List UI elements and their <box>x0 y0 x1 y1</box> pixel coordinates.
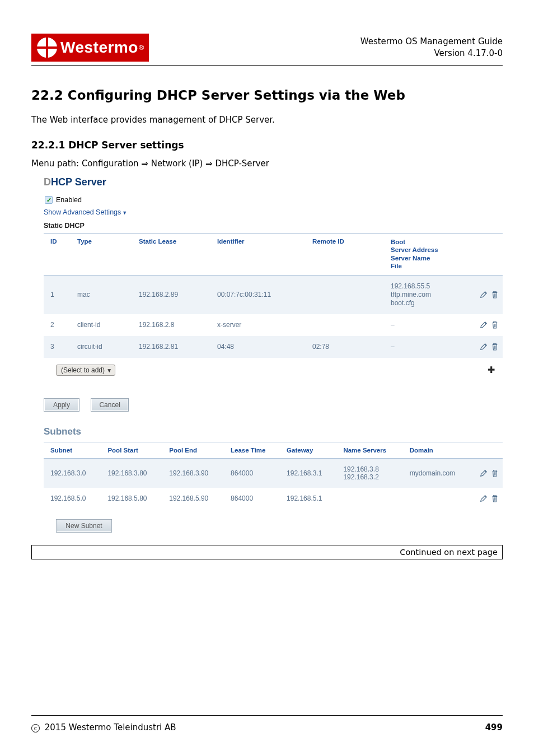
subnets-table: Subnet Pool Start Pool End Lease Time Ga… <box>44 442 503 510</box>
apply-button[interactable]: Apply <box>44 398 79 412</box>
doc-title: Westermo OS Management Guide <box>360 36 503 48</box>
logo-globe-icon <box>37 38 57 58</box>
footer-left: 2015 Westermo Teleindustri AB <box>45 722 176 732</box>
edit-icon[interactable] <box>480 494 488 502</box>
chevron-down-icon: ▼ <box>106 367 112 374</box>
new-subnet-button[interactable]: New Subnet <box>56 519 112 533</box>
cell-remote <box>308 275 386 314</box>
static-dhcp-label: Static DHCP <box>44 222 503 230</box>
cell-domain: mydomain.com <box>405 458 475 488</box>
cell-type: client-id <box>73 314 134 336</box>
col-identifier: Identifier <box>213 234 308 276</box>
edit-icon[interactable] <box>480 291 488 298</box>
table-row: 2 client-id 192.168.2.8 x-server – <box>44 314 503 336</box>
cell-domain <box>405 488 475 510</box>
doc-version: Version 4.17.0-0 <box>360 48 503 59</box>
cell-lease: 192.168.2.8 <box>134 314 213 336</box>
edit-icon[interactable] <box>480 469 488 477</box>
cell-remote: 02:78 <box>308 336 386 358</box>
page-footer: c 2015 Westermo Teleindustri AB 499 <box>31 722 503 733</box>
page-number: 499 <box>485 722 503 732</box>
cell-lease-time: 864000 <box>226 488 282 510</box>
dhcp-title-rest: HCP Server <box>51 176 106 188</box>
subsection-heading: 22.2.1 DHCP Server settings <box>31 139 503 151</box>
section-intro: The Web interface provides management of… <box>31 115 503 125</box>
cell-id: 2 <box>44 314 73 336</box>
select-to-add-label: (Select to add) <box>61 366 105 374</box>
cell-gateway: 192.168.5.1 <box>282 488 339 510</box>
cell-boot: – <box>386 314 475 336</box>
col-static-lease: Static Lease <box>134 234 213 276</box>
col-actions <box>475 442 503 458</box>
cell-identifier: x-server <box>213 314 308 336</box>
dhcp-title-first: D <box>44 176 51 188</box>
show-advanced-link[interactable]: Show Advanced Settings▼ <box>44 208 503 216</box>
col-lease-time: Lease Time <box>226 442 282 458</box>
cell-id: 3 <box>44 336 73 358</box>
continued-bar: Continued on next page <box>31 545 503 559</box>
delete-icon[interactable] <box>491 494 498 502</box>
cell-identifier: 04:48 <box>213 336 308 358</box>
table-row: 192.168.3.0 192.168.3.80 192.168.3.90 86… <box>44 458 503 488</box>
col-domain: Domain <box>405 442 475 458</box>
edit-icon[interactable] <box>480 321 488 329</box>
doc-meta: Westermo OS Management Guide Version 4.1… <box>360 36 503 59</box>
enabled-checkbox[interactable]: ✓ <box>45 196 53 204</box>
col-actions <box>475 234 503 276</box>
cell-subnet: 192.168.5.0 <box>44 488 103 510</box>
col-subnet: Subnet <box>44 442 103 458</box>
cancel-button[interactable]: Cancel <box>91 398 128 412</box>
page-header: Westermo ® Westermo OS Management Guide … <box>31 34 503 62</box>
cell-lease: 192.168.2.89 <box>134 275 213 314</box>
cell-boot: – <box>386 336 475 358</box>
cell-pool-end: 192.168.5.90 <box>165 488 226 510</box>
dhcp-server-title: DHCP Server <box>44 176 503 188</box>
cell-type: mac <box>73 275 134 314</box>
section-heading: 22.2 Configuring DHCP Server Settings vi… <box>31 88 503 102</box>
table-row: 192.168.5.0 192.168.5.80 192.168.5.90 86… <box>44 488 503 510</box>
cell-boot: 192.168.55.5 tftp.mine.com boot.cfg <box>386 275 475 314</box>
delete-icon[interactable] <box>491 469 498 477</box>
chevron-down-icon: ▼ <box>122 210 127 216</box>
col-pool-start: Pool Start <box>103 442 165 458</box>
menu-path: Menu path: Configuration ⇒ Network (IP) … <box>31 158 503 169</box>
cell-pool-end: 192.168.3.90 <box>165 458 226 488</box>
add-icon[interactable]: ✚ <box>488 365 495 375</box>
cell-pool-start: 192.168.3.80 <box>103 458 165 488</box>
select-to-add-dropdown[interactable]: (Select to add) ▼ <box>56 365 115 376</box>
cell-gateway: 192.168.3.1 <box>282 458 339 488</box>
trademark: ® <box>138 44 145 52</box>
cell-name-servers: 192.168.3.8 192.168.3.2 <box>339 458 405 488</box>
cell-lease: 192.168.2.81 <box>134 336 213 358</box>
col-remote-id: Remote ID <box>308 234 386 276</box>
cell-pool-start: 192.168.5.80 <box>103 488 165 510</box>
cell-id: 1 <box>44 275 73 314</box>
col-type: Type <box>73 234 134 276</box>
cell-subnet: 192.168.3.0 <box>44 458 103 488</box>
logo: Westermo ® <box>31 34 149 62</box>
delete-icon[interactable] <box>491 321 498 329</box>
table-row: 1 mac 192.168.2.89 00:07:7c:00:31:11 192… <box>44 275 503 314</box>
col-pool-end: Pool End <box>165 442 226 458</box>
col-gateway: Gateway <box>282 442 339 458</box>
select-to-add-row: (Select to add) ▼ ✚ <box>44 358 503 382</box>
cell-remote <box>308 314 386 336</box>
footer-divider <box>31 715 503 716</box>
cell-type: circuit-id <box>73 336 134 358</box>
header-divider <box>31 65 503 66</box>
edit-icon[interactable] <box>480 343 488 351</box>
static-dhcp-table: ID Type Static Lease Identifier Remote I… <box>44 233 503 382</box>
cell-identifier: 00:07:7c:00:31:11 <box>213 275 308 314</box>
col-id: ID <box>44 234 73 276</box>
cell-name-servers <box>339 488 405 510</box>
col-name-servers: Name Servers <box>339 442 405 458</box>
logo-text: Westermo <box>60 39 138 57</box>
subnets-title: Subnets <box>44 426 503 437</box>
delete-icon[interactable] <box>491 291 498 298</box>
enabled-label: Enabled <box>56 196 82 204</box>
dhcp-screenshot: DHCP Server ✓ Enabled Show Advanced Sett… <box>44 176 503 533</box>
copyright-icon: c <box>31 724 40 732</box>
table-row: 3 circuit-id 192.168.2.81 04:48 02:78 – <box>44 336 503 358</box>
show-advanced-text: Show Advanced Settings <box>44 208 121 216</box>
delete-icon[interactable] <box>491 343 498 351</box>
